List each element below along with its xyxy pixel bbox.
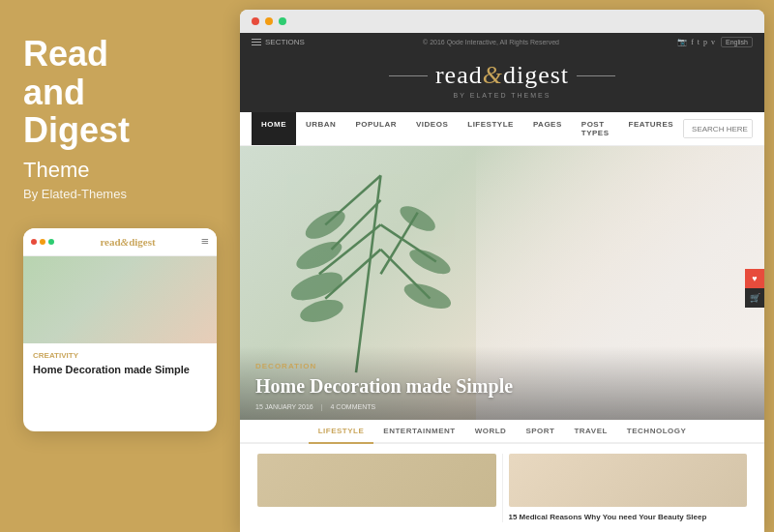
tab-sport[interactable]: SPORT (516, 420, 564, 442)
site-byline: BY ELATED THEMES (255, 92, 749, 99)
pinterest-icon[interactable]: p (703, 38, 707, 46)
theme-subtitle: Theme (23, 158, 89, 183)
left-panel: Read and Digest Theme By Elated-Themes r… (0, 0, 240, 532)
facebook-icon[interactable]: f (691, 38, 694, 46)
mobile-hero-image (23, 256, 217, 343)
search-input[interactable] (684, 121, 753, 137)
logo-line-left (389, 75, 428, 76)
nav-item-pages[interactable]: PAGES (523, 112, 572, 145)
svg-point-12 (397, 201, 439, 236)
favorite-button[interactable]: ♥ (745, 269, 764, 288)
tab-lifestyle[interactable]: LIFESTYLE (309, 420, 374, 444)
mobile-article-content: CREATIVITY Home Decoration made Simple (23, 343, 217, 431)
site-header: read&digest BY ELATED THEMES (240, 51, 764, 112)
mobile-window-dots (31, 239, 54, 245)
tab-travel[interactable]: TRAVEL (564, 420, 616, 442)
hamburger-icon (252, 39, 261, 45)
browser-chrome (240, 10, 764, 33)
nav-item-post-types[interactable]: POST TYPES (572, 112, 619, 145)
svg-point-14 (401, 279, 454, 314)
mobile-dot-yellow (40, 239, 45, 245)
svg-point-13 (406, 245, 454, 280)
sections-label: SECTIONS (265, 38, 305, 46)
browser-dot-yellow[interactable] (265, 17, 273, 25)
mobile-site-logo: read&digest (54, 236, 201, 248)
mobile-dot-red (31, 239, 37, 245)
hero-date: 15 JANUARY 2016 (255, 403, 313, 410)
logo-ampersand: & (483, 61, 503, 90)
mobile-article-title: Home Decoration made Simple (33, 363, 207, 376)
svg-line-2 (332, 200, 381, 250)
hamburger-line (252, 42, 261, 43)
article-card-1 (252, 454, 503, 522)
svg-line-1 (325, 175, 380, 224)
language-selector[interactable]: English (721, 37, 753, 47)
svg-line-5 (381, 213, 418, 275)
bottom-section: LIFESTYLE ENTERTAINMENT WORLD SPORT TRAV… (240, 420, 764, 532)
hero-comments: 4 COMMENTS (331, 403, 376, 410)
article-image-1 (257, 454, 496, 507)
nav-item-videos[interactable]: VIDEOS (406, 112, 458, 145)
category-tabs: LIFESTYLE ENTERTAINMENT WORLD SPORT TRAV… (240, 420, 764, 444)
svg-point-8 (301, 205, 349, 245)
nav-items: HOME URBAN POPULAR VIDEOS LIFESTYLE PAGE… (252, 112, 683, 145)
site-top-bar: SECTIONS © 2016 Qode Interactive, All Ri… (240, 33, 764, 51)
mobile-image-placeholder (23, 256, 217, 343)
meta-separator: | (321, 403, 323, 410)
tab-technology[interactable]: TECHNOLOGY (617, 420, 696, 442)
svg-line-4 (325, 250, 380, 299)
website-content: SECTIONS © 2016 Qode Interactive, All Ri… (240, 33, 764, 532)
logo-read: read (435, 61, 483, 90)
svg-line-6 (381, 224, 436, 261)
hero-meta: 15 JANUARY 2016 | 4 COMMENTS (255, 403, 749, 410)
logo-digest: digest (503, 61, 569, 90)
logo-decoration: read&digest (255, 61, 749, 90)
article-title-2: 15 Medical Reasons Why You need Your Bea… (509, 512, 748, 522)
social-icons: 📷 f t p v (677, 38, 715, 46)
top-bar-right: 📷 f t p v English (677, 37, 753, 47)
nav-item-urban[interactable]: URBAN (296, 112, 345, 145)
browser-mockup: SECTIONS © 2016 Qode Interactive, All Ri… (240, 10, 764, 532)
copyright-text: © 2016 Qode Interactive, All Rights Rese… (423, 39, 559, 45)
site-navigation: HOME URBAN POPULAR VIDEOS LIFESTYLE PAGE… (240, 112, 764, 146)
nav-search[interactable]: 🔍 (683, 119, 753, 138)
mobile-top-bar: read&digest ≡ (23, 228, 217, 256)
svg-line-7 (381, 250, 431, 299)
tab-world[interactable]: WORLD (465, 420, 517, 442)
browser-dot-red[interactable] (252, 17, 259, 25)
svg-point-11 (298, 296, 346, 327)
mobile-article-tag: CREATIVITY (33, 351, 207, 360)
hero-title: Home Decoration made Simple (255, 374, 749, 398)
svg-point-10 (287, 267, 345, 307)
instagram-icon[interactable]: 📷 (677, 38, 687, 46)
sidebar-action-buttons: ♥ 🛒 (745, 269, 764, 308)
mobile-mockup: read&digest ≡ CREATIVITY Home Decoration… (23, 228, 217, 431)
nav-item-home[interactable]: HOME (252, 112, 296, 145)
vimeo-icon[interactable]: v (711, 38, 715, 46)
article-card-2: 15 Medical Reasons Why You need Your Bea… (503, 454, 754, 522)
article-image-2 (509, 454, 748, 507)
nav-item-popular[interactable]: POPULAR (345, 112, 406, 145)
svg-line-0 (356, 175, 380, 372)
hero-overlay: DECORATION Home Decoration made Simple 1… (240, 346, 764, 420)
browser-dot-green[interactable] (279, 17, 286, 25)
tab-entertainment[interactable]: ENTERTAINMENT (373, 420, 464, 442)
hero-area: ♥ 🛒 DECORATION Home Decoration made Simp… (240, 146, 764, 420)
articles-row: 15 Medical Reasons Why You need Your Bea… (240, 444, 764, 532)
top-bar-sections[interactable]: SECTIONS (252, 38, 305, 46)
logo-line-right (577, 75, 615, 76)
site-logo[interactable]: read&digest (435, 61, 569, 90)
svg-point-9 (292, 236, 345, 275)
hero-category: DECORATION (255, 362, 749, 370)
hamburger-line (252, 44, 261, 45)
theme-title: Read and Digest (23, 35, 130, 150)
cart-button[interactable]: 🛒 (745, 288, 764, 308)
hamburger-line (252, 39, 261, 40)
svg-line-3 (319, 224, 381, 274)
mobile-menu-icon: ≡ (201, 234, 209, 250)
nav-item-features[interactable]: FEATURES (619, 112, 684, 145)
nav-item-lifestyle[interactable]: LIFESTYLE (458, 112, 523, 145)
theme-author: By Elated-Themes (23, 187, 127, 201)
twitter-icon[interactable]: t (698, 38, 700, 46)
